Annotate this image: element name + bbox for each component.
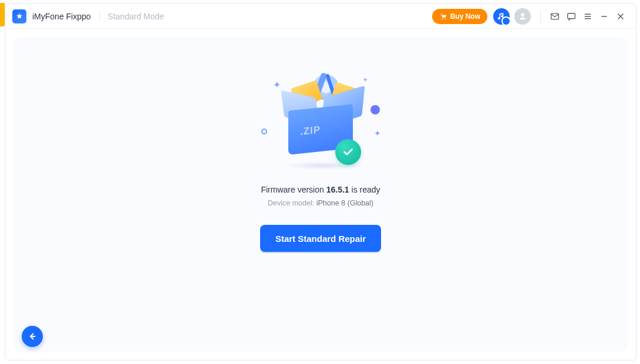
chat-icon	[566, 11, 577, 22]
device-label: Device model:	[268, 199, 316, 207]
sparkle-icon: ✦	[362, 76, 368, 84]
back-button[interactable]	[22, 326, 43, 347]
firmware-ready-illustration: ✦ ✦ ✦ .ZIP	[259, 72, 382, 172]
feedback-button[interactable]	[563, 8, 580, 25]
firmware-status-line: Firmware version 16.5.1 is ready	[261, 185, 380, 194]
titlebar-separator	[540, 10, 541, 23]
sparkle-icon: ✦	[273, 79, 281, 90]
app-title: iMyFone Fixppo	[32, 12, 91, 21]
app-logo-icon	[12, 9, 26, 23]
decorative-dot-icon	[370, 105, 380, 114]
svg-point-0	[442, 18, 443, 19]
svg-rect-3	[568, 13, 575, 18]
close-button[interactable]	[612, 8, 629, 25]
success-check-icon	[335, 139, 361, 165]
titlebar: iMyFone Fixppo Standard Mode Buy Now	[5, 4, 636, 29]
menu-button[interactable]	[580, 8, 596, 25]
firmware-prefix: Firmware version	[261, 185, 326, 194]
firmware-version: 16.5.1	[326, 185, 349, 194]
account-avatar-icon[interactable]	[514, 8, 531, 25]
arrow-left-icon	[27, 331, 38, 342]
mode-label: Standard Mode	[108, 12, 164, 21]
device-model-value: iPhone 8 (Global)	[316, 199, 373, 207]
cart-icon	[439, 12, 447, 21]
hamburger-icon	[582, 11, 593, 22]
content-area: ✦ ✦ ✦ .ZIP Firmware vers	[5, 29, 636, 360]
minimize-button[interactable]	[596, 8, 612, 25]
background-strip	[0, 3, 5, 26]
app-window: iMyFone Fixppo Standard Mode Buy Now	[5, 4, 636, 360]
svg-point-1	[444, 18, 446, 19]
firmware-suffix: is ready	[349, 185, 380, 194]
zip-label: .ZIP	[300, 124, 321, 138]
buy-now-button[interactable]: Buy Now	[432, 9, 487, 24]
music-promo-icon[interactable]	[493, 8, 510, 25]
start-standard-repair-button[interactable]: Start Standard Repair	[260, 225, 381, 252]
decorative-circle-icon	[261, 129, 267, 134]
mail-button[interactable]	[547, 8, 563, 25]
mail-icon	[550, 11, 560, 22]
buy-now-label: Buy Now	[450, 12, 480, 21]
close-icon	[615, 11, 626, 22]
title-separator	[99, 11, 100, 22]
minimize-icon	[599, 11, 609, 22]
device-model-line: Device model: iPhone 8 (Global)	[268, 199, 373, 207]
main-card: ✦ ✦ ✦ .ZIP Firmware vers	[14, 37, 628, 352]
sparkle-icon: ✦	[374, 129, 381, 138]
